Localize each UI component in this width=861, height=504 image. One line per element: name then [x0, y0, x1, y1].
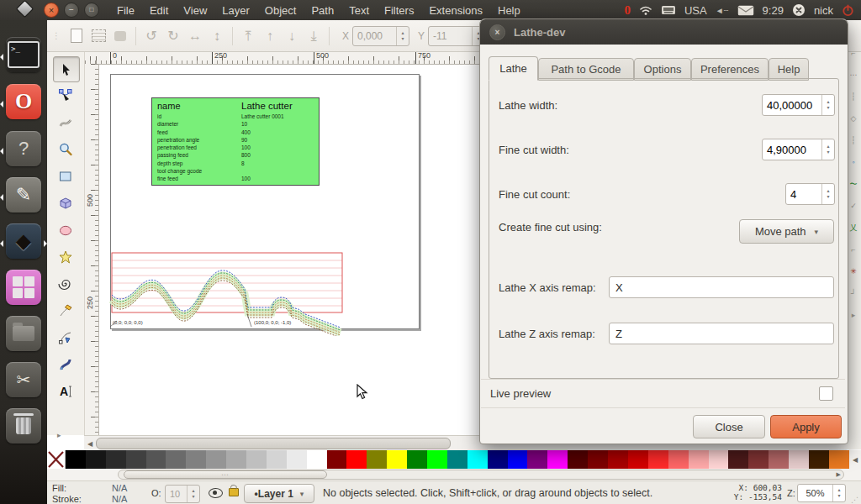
toolbar-grip[interactable]: ⋮ [47, 31, 66, 40]
snap-intersection-icon[interactable]: 乂 [850, 217, 858, 239]
snap-node-icon[interactable]: ◦ [852, 151, 854, 173]
tab-lathe[interactable]: Lathe [489, 56, 538, 81]
color-swatch[interactable] [628, 450, 648, 469]
menu-layer[interactable]: Layer [214, 4, 257, 17]
menu-view[interactable]: View [176, 4, 214, 17]
resize-grip[interactable]: ⋰ [851, 496, 859, 504]
tool-ellipse[interactable] [53, 218, 78, 242]
color-swatch[interactable] [789, 450, 809, 469]
lower-to-bottom-icon[interactable]: ⤓ [303, 26, 325, 46]
snap-icon[interactable]: ◇ [851, 108, 857, 129]
zoom-spinbox[interactable]: 50% ▴▾ [797, 484, 846, 502]
menu-object[interactable]: Object [257, 4, 304, 17]
fine-cut-width-spinbox[interactable]: 4,90000 ▴▾ [762, 139, 835, 160]
color-swatch[interactable] [608, 450, 628, 469]
color-swatch[interactable] [488, 450, 508, 469]
snap-icon[interactable]: ✓ [850, 195, 857, 217]
menu-path[interactable]: Path [304, 4, 341, 17]
clock-label[interactable]: 9:29 [763, 4, 784, 17]
color-swatch[interactable] [166, 450, 186, 469]
snap-icon[interactable]: ┘ [851, 282, 856, 304]
color-swatch[interactable] [748, 450, 769, 469]
y-coord-spinbox[interactable]: -11 ▴▾ [428, 26, 485, 46]
scroll-left-icon[interactable]: ◀ [84, 440, 96, 448]
color-swatch[interactable] [146, 450, 166, 469]
tab-options[interactable]: Options [634, 58, 691, 81]
color-swatch[interactable] [327, 450, 347, 469]
color-swatch[interactable] [287, 450, 307, 469]
tool-rectangle[interactable] [53, 164, 78, 188]
tool-node-editor[interactable] [53, 83, 78, 108]
current-layer-dropdown[interactable]: •Layer 1▾ [244, 484, 314, 503]
username-label[interactable]: nick [814, 4, 833, 17]
color-swatch[interactable] [126, 450, 146, 469]
menu-extensions[interactable]: Extensions [421, 4, 490, 17]
x-coord-spinbox[interactable]: 0,000 ▴▾ [352, 26, 409, 46]
scrollbar-thumb[interactable] [96, 438, 451, 449]
snap-icon[interactable]: ┆ [851, 129, 855, 151]
launcher-files-icon[interactable] [6, 316, 41, 351]
tool-zoom[interactable] [53, 137, 78, 161]
color-swatch[interactable] [346, 450, 367, 469]
color-swatch[interactable] [588, 450, 608, 469]
color-swatch[interactable] [106, 450, 126, 469]
launcher-inkscape-icon[interactable]: ◆ [6, 223, 41, 259]
tool-bezier-pen[interactable] [53, 325, 78, 349]
color-swatch[interactable] [568, 450, 588, 469]
color-swatch[interactable] [467, 450, 488, 469]
launcher-terminal-icon[interactable]: >_ [6, 37, 41, 72]
snap-icon[interactable]: ⋯ [850, 64, 858, 86]
color-swatch[interactable] [407, 450, 427, 469]
window-maximize-button[interactable]: □ [84, 3, 99, 18]
color-swatch[interactable] [427, 450, 447, 469]
layer-visibility-icon[interactable] [209, 488, 223, 498]
color-swatch[interactable] [547, 450, 568, 469]
menu-text[interactable]: Text [341, 4, 377, 17]
flip-horizontal-icon[interactable]: ↔ [184, 26, 206, 46]
lathe-width-spinbox[interactable]: 40,00000 ▴▾ [762, 94, 835, 116]
snap-center-icon[interactable]: ✳ [850, 260, 857, 282]
lower-icon[interactable]: ↓ [281, 26, 303, 46]
tab-preferences[interactable]: Preferences [691, 58, 769, 81]
palette-scroll-left-icon[interactable]: ◀ [849, 450, 861, 469]
tool-calligraphy[interactable] [53, 352, 78, 376]
color-swatch[interactable] [447, 450, 467, 469]
select-all-layers-icon[interactable] [109, 26, 131, 46]
dialog-titlebar[interactable]: × Lathe-dev [480, 19, 848, 45]
tool-3dbox[interactable] [53, 191, 78, 215]
keyboard-layout-label[interactable]: USA [684, 4, 707, 17]
snapbar-expander-icon[interactable]: ▸ [852, 304, 856, 326]
tool-selector[interactable] [53, 56, 80, 82]
color-swatch[interactable] [86, 450, 106, 469]
tool-star[interactable] [53, 244, 78, 269]
launcher-trash-icon[interactable] [6, 408, 41, 444]
mail-icon[interactable] [737, 5, 754, 16]
color-swatch[interactable] [307, 450, 327, 469]
opera-indicator-icon[interactable]: 0 [624, 3, 631, 18]
stroke-value[interactable]: N/A [112, 494, 127, 504]
rotate-cw-icon[interactable]: ↻ [162, 26, 184, 46]
launcher-gedit-icon[interactable]: ✎ [6, 177, 41, 213]
dialog-apply-button[interactable]: Apply [770, 415, 842, 438]
tool-parameters-table[interactable]: name Lathe cutter idLathe cutter 0001 di… [151, 97, 320, 186]
tool-tweak[interactable] [53, 110, 78, 134]
power-icon[interactable] [842, 4, 854, 17]
color-swatch[interactable] [206, 450, 226, 469]
launcher-workspace-switcher-icon[interactable] [6, 270, 41, 305]
palette-scrollbar-thumb[interactable]: ⋯ [124, 470, 327, 479]
select-all-icon[interactable] [87, 26, 109, 46]
color-swatch[interactable] [809, 450, 829, 469]
color-swatch[interactable] [367, 450, 387, 469]
tab-path-to-gcode[interactable]: Path to Gcode [538, 58, 634, 81]
wifi-icon[interactable] [639, 4, 652, 16]
create-fine-cut-dropdown[interactable]: Move path▾ [739, 219, 834, 244]
launcher-opera-icon[interactable]: O [6, 84, 41, 119]
color-swatch[interactable] [267, 450, 287, 469]
keyboard-layout-icon[interactable] [661, 5, 676, 15]
dialog-close-icon[interactable]: × [489, 24, 505, 40]
snap-path-icon[interactable]: 〜 [850, 173, 858, 195]
menu-file[interactable]: File [109, 4, 142, 17]
color-swatch[interactable] [769, 450, 789, 469]
dialog-close-button[interactable]: Close [693, 415, 765, 438]
tool-pencil[interactable] [53, 298, 78, 323]
